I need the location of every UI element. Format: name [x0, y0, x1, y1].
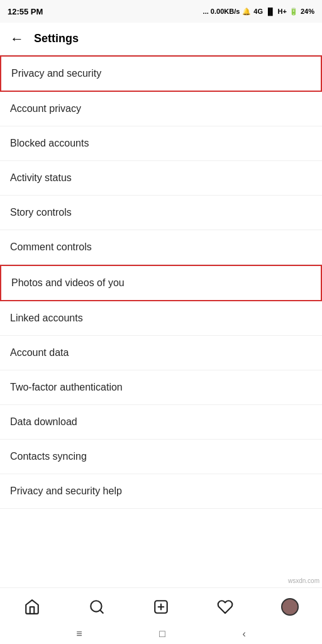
- menu-item-contacts-syncing[interactable]: Contacts syncing: [0, 440, 322, 474]
- nav-icons-row: [0, 588, 322, 623]
- menu-item-activity-status[interactable]: Activity status: [0, 161, 322, 196]
- settings-menu: Privacy and securityAccount privacyBlock…: [0, 55, 322, 509]
- add-nav-button[interactable]: [148, 594, 174, 619]
- status-bar: 12:55 PM ... 0.00KB/s 🔔 4G ▐▌ H+ 🔋 24%: [0, 0, 322, 23]
- heart-nav-button[interactable]: [213, 594, 238, 619]
- menu-item-comment-controls[interactable]: Comment controls: [0, 230, 322, 265]
- home-nav-button[interactable]: [19, 594, 45, 619]
- back-button[interactable]: ←: [10, 31, 24, 47]
- menu-item-privacy-security[interactable]: Privacy and security: [0, 55, 322, 92]
- signal-4g: 4G: [253, 8, 263, 15]
- status-icons: ... 0.00KB/s 🔔 4G ▐▌ H+ 🔋 24%: [203, 8, 314, 16]
- menu-item-photos-videos[interactable]: Photos and videos of you: [0, 265, 322, 301]
- hplus-icon: H+: [278, 8, 287, 15]
- svg-line-1: [100, 610, 103, 613]
- menu-item-linked-accounts[interactable]: Linked accounts: [0, 301, 322, 336]
- menu-item-privacy-help[interactable]: Privacy and security help: [0, 474, 322, 509]
- profile-nav-button[interactable]: [277, 594, 303, 619]
- signal-bars: ▐▌: [265, 8, 275, 15]
- menu-item-account-privacy[interactable]: Account privacy: [0, 92, 322, 126]
- search-nav-button[interactable]: [84, 594, 109, 619]
- watermark: wsxdn.com: [288, 577, 319, 584]
- android-back-button[interactable]: ‹: [242, 628, 245, 640]
- android-menu-button[interactable]: ≡: [76, 628, 82, 640]
- status-time: 12:55 PM: [8, 7, 43, 16]
- menu-item-story-controls[interactable]: Story controls: [0, 196, 322, 230]
- profile-avatar: [281, 598, 299, 616]
- app-header: ← Settings: [0, 23, 322, 55]
- page-title: Settings: [34, 32, 79, 45]
- android-navigation: ≡ □ ‹: [0, 623, 322, 644]
- battery-icon: 🔋: [289, 8, 298, 16]
- alarm-icon: 🔔: [242, 8, 251, 16]
- menu-item-account-data[interactable]: Account data: [0, 336, 322, 370]
- menu-item-data-download[interactable]: Data download: [0, 405, 322, 440]
- menu-item-two-factor[interactable]: Two-factor authentication: [0, 370, 322, 405]
- android-home-button[interactable]: □: [159, 628, 165, 640]
- battery-percent: 24%: [301, 8, 314, 15]
- bottom-navigation: ≡ □ ‹: [0, 587, 322, 644]
- network-indicator: ... 0.00KB/s: [203, 8, 240, 15]
- menu-item-blocked-accounts[interactable]: Blocked accounts: [0, 126, 322, 161]
